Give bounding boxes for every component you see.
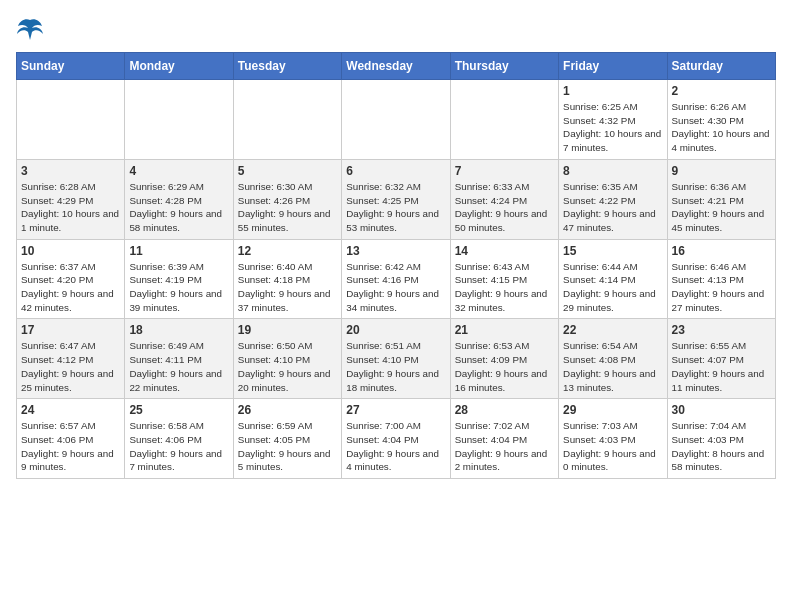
day-number: 30 [672,403,771,417]
day-info: Sunrise: 6:43 AMSunset: 4:15 PMDaylight:… [455,260,554,315]
day-number: 6 [346,164,445,178]
day-number: 1 [563,84,662,98]
calendar-cell: 12Sunrise: 6:40 AMSunset: 4:18 PMDayligh… [233,239,341,319]
day-info: Sunrise: 6:44 AMSunset: 4:14 PMDaylight:… [563,260,662,315]
calendar-cell: 23Sunrise: 6:55 AMSunset: 4:07 PMDayligh… [667,319,775,399]
calendar-cell: 13Sunrise: 6:42 AMSunset: 4:16 PMDayligh… [342,239,450,319]
day-number: 14 [455,244,554,258]
day-info: Sunrise: 6:50 AMSunset: 4:10 PMDaylight:… [238,339,337,394]
day-info: Sunrise: 6:26 AMSunset: 4:30 PMDaylight:… [672,100,771,155]
calendar-cell: 19Sunrise: 6:50 AMSunset: 4:10 PMDayligh… [233,319,341,399]
calendar-cell: 30Sunrise: 7:04 AMSunset: 4:03 PMDayligh… [667,399,775,479]
logo-icon [16,16,44,44]
day-info: Sunrise: 6:51 AMSunset: 4:10 PMDaylight:… [346,339,445,394]
day-number: 9 [672,164,771,178]
calendar-cell [17,80,125,160]
calendar: SundayMondayTuesdayWednesdayThursdayFrid… [16,52,776,479]
day-info: Sunrise: 6:49 AMSunset: 4:11 PMDaylight:… [129,339,228,394]
day-info: Sunrise: 7:00 AMSunset: 4:04 PMDaylight:… [346,419,445,474]
day-info: Sunrise: 7:04 AMSunset: 4:03 PMDaylight:… [672,419,771,474]
column-header-wednesday: Wednesday [342,53,450,80]
calendar-cell: 16Sunrise: 6:46 AMSunset: 4:13 PMDayligh… [667,239,775,319]
day-info: Sunrise: 6:37 AMSunset: 4:20 PMDaylight:… [21,260,120,315]
calendar-cell [342,80,450,160]
day-info: Sunrise: 6:36 AMSunset: 4:21 PMDaylight:… [672,180,771,235]
calendar-cell: 14Sunrise: 6:43 AMSunset: 4:15 PMDayligh… [450,239,558,319]
day-info: Sunrise: 6:30 AMSunset: 4:26 PMDaylight:… [238,180,337,235]
calendar-cell [125,80,233,160]
column-header-sunday: Sunday [17,53,125,80]
calendar-cell: 18Sunrise: 6:49 AMSunset: 4:11 PMDayligh… [125,319,233,399]
day-number: 28 [455,403,554,417]
column-header-monday: Monday [125,53,233,80]
calendar-cell: 2Sunrise: 6:26 AMSunset: 4:30 PMDaylight… [667,80,775,160]
calendar-cell: 22Sunrise: 6:54 AMSunset: 4:08 PMDayligh… [559,319,667,399]
calendar-cell [450,80,558,160]
day-info: Sunrise: 6:47 AMSunset: 4:12 PMDaylight:… [21,339,120,394]
day-info: Sunrise: 6:57 AMSunset: 4:06 PMDaylight:… [21,419,120,474]
day-number: 20 [346,323,445,337]
day-number: 11 [129,244,228,258]
calendar-cell: 15Sunrise: 6:44 AMSunset: 4:14 PMDayligh… [559,239,667,319]
day-info: Sunrise: 6:32 AMSunset: 4:25 PMDaylight:… [346,180,445,235]
calendar-cell: 6Sunrise: 6:32 AMSunset: 4:25 PMDaylight… [342,159,450,239]
day-number: 16 [672,244,771,258]
day-info: Sunrise: 6:28 AMSunset: 4:29 PMDaylight:… [21,180,120,235]
day-info: Sunrise: 6:33 AMSunset: 4:24 PMDaylight:… [455,180,554,235]
day-info: Sunrise: 6:39 AMSunset: 4:19 PMDaylight:… [129,260,228,315]
day-number: 5 [238,164,337,178]
calendar-cell: 8Sunrise: 6:35 AMSunset: 4:22 PMDaylight… [559,159,667,239]
day-number: 18 [129,323,228,337]
calendar-cell: 10Sunrise: 6:37 AMSunset: 4:20 PMDayligh… [17,239,125,319]
column-header-saturday: Saturday [667,53,775,80]
day-info: Sunrise: 6:42 AMSunset: 4:16 PMDaylight:… [346,260,445,315]
day-info: Sunrise: 6:46 AMSunset: 4:13 PMDaylight:… [672,260,771,315]
logo [16,16,48,44]
day-number: 8 [563,164,662,178]
day-number: 12 [238,244,337,258]
day-number: 4 [129,164,228,178]
calendar-cell [233,80,341,160]
day-number: 19 [238,323,337,337]
day-number: 2 [672,84,771,98]
day-info: Sunrise: 6:40 AMSunset: 4:18 PMDaylight:… [238,260,337,315]
calendar-cell: 7Sunrise: 6:33 AMSunset: 4:24 PMDaylight… [450,159,558,239]
day-number: 24 [21,403,120,417]
day-number: 25 [129,403,228,417]
header-area [16,16,776,44]
calendar-cell: 26Sunrise: 6:59 AMSunset: 4:05 PMDayligh… [233,399,341,479]
calendar-cell: 5Sunrise: 6:30 AMSunset: 4:26 PMDaylight… [233,159,341,239]
day-info: Sunrise: 6:58 AMSunset: 4:06 PMDaylight:… [129,419,228,474]
day-info: Sunrise: 6:29 AMSunset: 4:28 PMDaylight:… [129,180,228,235]
calendar-cell: 28Sunrise: 7:02 AMSunset: 4:04 PMDayligh… [450,399,558,479]
day-number: 10 [21,244,120,258]
calendar-cell: 20Sunrise: 6:51 AMSunset: 4:10 PMDayligh… [342,319,450,399]
calendar-cell: 3Sunrise: 6:28 AMSunset: 4:29 PMDaylight… [17,159,125,239]
day-number: 23 [672,323,771,337]
day-number: 27 [346,403,445,417]
day-info: Sunrise: 6:35 AMSunset: 4:22 PMDaylight:… [563,180,662,235]
day-number: 3 [21,164,120,178]
calendar-cell: 27Sunrise: 7:00 AMSunset: 4:04 PMDayligh… [342,399,450,479]
calendar-cell: 9Sunrise: 6:36 AMSunset: 4:21 PMDaylight… [667,159,775,239]
calendar-cell: 21Sunrise: 6:53 AMSunset: 4:09 PMDayligh… [450,319,558,399]
calendar-cell: 11Sunrise: 6:39 AMSunset: 4:19 PMDayligh… [125,239,233,319]
day-number: 13 [346,244,445,258]
calendar-cell: 1Sunrise: 6:25 AMSunset: 4:32 PMDaylight… [559,80,667,160]
day-number: 7 [455,164,554,178]
day-number: 26 [238,403,337,417]
day-info: Sunrise: 6:59 AMSunset: 4:05 PMDaylight:… [238,419,337,474]
day-number: 29 [563,403,662,417]
calendar-cell: 24Sunrise: 6:57 AMSunset: 4:06 PMDayligh… [17,399,125,479]
calendar-cell: 4Sunrise: 6:29 AMSunset: 4:28 PMDaylight… [125,159,233,239]
day-number: 15 [563,244,662,258]
calendar-cell: 25Sunrise: 6:58 AMSunset: 4:06 PMDayligh… [125,399,233,479]
calendar-cell: 17Sunrise: 6:47 AMSunset: 4:12 PMDayligh… [17,319,125,399]
column-header-friday: Friday [559,53,667,80]
day-info: Sunrise: 6:53 AMSunset: 4:09 PMDaylight:… [455,339,554,394]
column-header-tuesday: Tuesday [233,53,341,80]
day-info: Sunrise: 6:25 AMSunset: 4:32 PMDaylight:… [563,100,662,155]
day-info: Sunrise: 6:55 AMSunset: 4:07 PMDaylight:… [672,339,771,394]
calendar-cell: 29Sunrise: 7:03 AMSunset: 4:03 PMDayligh… [559,399,667,479]
day-info: Sunrise: 7:02 AMSunset: 4:04 PMDaylight:… [455,419,554,474]
